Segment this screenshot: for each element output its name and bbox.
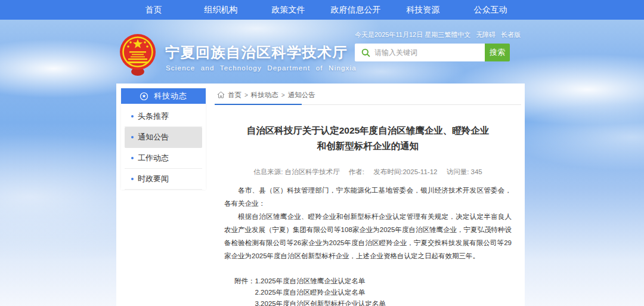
sidebar-item-headline-recommend[interactable]: 头条推荐: [125, 106, 202, 127]
bullet-dot-icon: [131, 115, 134, 118]
attachments-label: 附件：: [234, 276, 255, 306]
page: 首页 组织机构 政策文件 政府信息公开 科技资源 公众互动 宁夏回族自治区科学技…: [0, 0, 644, 306]
sidebar: 科技动态 头条推荐 通知公告 工作动态 时政要闻: [121, 88, 206, 190]
nav-item-organization[interactable]: 组织机构: [187, 0, 255, 20]
star-circle-icon: [140, 92, 148, 101]
article-paragraph: 根据自治区雏鹰企业、瞪羚企业和创新型标杆企业认定管理有关规定，决定认定半亩良人农…: [224, 210, 512, 262]
nav-item-tech-resources[interactable]: 科技资源: [389, 0, 457, 20]
sidebar-title: 科技动态: [154, 91, 187, 101]
home-icon: [217, 91, 225, 98]
link-elder-version[interactable]: 长者版: [501, 30, 521, 39]
content-wrapper: 科技动态 头条推荐 通知公告 工作动态 时政要闻: [116, 84, 525, 306]
header-top-info: 今天是2025年11月12日 星期三 繁體中文 无障碍 长者版: [355, 30, 521, 39]
attachments: 附件： 1.2025年度自治区雏鹰企业认定名单 2.2025年度自治区瞪羚企业认…: [234, 276, 521, 306]
search-bar: 搜索: [355, 44, 510, 61]
meta-visits: 访问量: 345: [447, 168, 482, 175]
breadcrumb-separator: >: [281, 92, 285, 98]
meta-publish-time: 发布时间:2025-11-12: [373, 168, 437, 175]
nav-item-gov-info-disclosure[interactable]: 政府信息公开: [322, 0, 389, 20]
nav-item-policy-documents[interactable]: 政策文件: [255, 0, 322, 20]
sidebar-item-label: 头条推荐: [138, 111, 169, 122]
article-title-line2: 和创新型标杆企业的通知: [215, 138, 521, 154]
article-title: 自治区科技厅关于认定2025年度自治区雏鹰企业、瞪羚企业 和创新型标杆企业的通知: [215, 123, 521, 154]
main-content: 首页 > 科技动态 > 通知公告 自治区科技厅关于认定2025年度自治区雏鹰企业…: [215, 89, 521, 306]
sidebar-header: 科技动态: [121, 88, 206, 104]
breadcrumb-current: 通知公告: [288, 91, 315, 100]
attachment-link-2[interactable]: 2.2025年度自治区瞪羚企业认定名单: [255, 287, 386, 298]
breadcrumb: 首页 > 科技动态 > 通知公告: [215, 89, 521, 100]
bullet-dot-icon: [131, 157, 134, 159]
search-box: [355, 44, 485, 61]
national-emblem-icon: [119, 33, 157, 78]
attachment-link-1[interactable]: 1.2025年度自治区雏鹰企业认定名单: [255, 276, 386, 287]
site-title: 宁夏回族自治区科学技术厅: [165, 43, 348, 62]
article-title-line1: 自治区科技厅关于认定2025年度自治区雏鹰企业、瞪羚企业: [215, 123, 521, 138]
search-input[interactable]: [374, 45, 485, 60]
bullet-dot-icon: [131, 136, 134, 138]
date-text: 今天是2025年11月12日 星期三: [355, 30, 444, 39]
meta-source: 信息来源: 自治区科学技术厅: [253, 168, 339, 175]
breadcrumb-level1[interactable]: 科技动态: [251, 91, 278, 100]
sidebar-item-label: 工作动态: [138, 153, 169, 163]
bullet-dot-icon: [131, 178, 134, 180]
nav-item-home[interactable]: 首页: [120, 0, 187, 20]
sidebar-item-label: 时政要闻: [138, 174, 169, 184]
sidebar-item-notice-announcement[interactable]: 通知公告: [125, 127, 202, 148]
article-body: 各市、县（区）科技管理部门，宁东能源化工基地管委会，银川经济技术开发区管委会，各…: [224, 184, 512, 262]
article-meta: 信息来源: 自治区科学技术厅 作者: 发布时间:2025-11-12 访问量: …: [215, 168, 521, 177]
breadcrumb-divider-accent: [215, 104, 302, 105]
breadcrumb-divider: [215, 104, 521, 105]
site-subtitle: Science and Technology Department of Nin…: [166, 64, 338, 72]
top-nav-items: 首页 组织机构 政策文件 政府信息公开 科技资源 公众互动: [0, 0, 644, 20]
nav-item-public-interaction[interactable]: 公众互动: [457, 0, 524, 20]
search-button[interactable]: 搜索: [485, 44, 510, 61]
sidebar-item-current-politics[interactable]: 时政要闻: [125, 169, 202, 190]
sidebar-item-work-trends[interactable]: 工作动态: [125, 148, 202, 169]
sidebar-menu: 头条推荐 通知公告 工作动态 时政要闻: [121, 104, 206, 190]
breadcrumb-home[interactable]: 首页: [228, 91, 242, 100]
top-nav: 首页 组织机构 政策文件 政府信息公开 科技资源 公众互动: [0, 0, 644, 20]
link-accessibility[interactable]: 无障碍: [476, 30, 496, 39]
meta-author: 作者:: [349, 168, 364, 175]
breadcrumb-separator: >: [244, 92, 248, 98]
attachment-link-3[interactable]: 3.2025年度自治区创新型标杆企业认定名单: [255, 298, 386, 306]
sidebar-item-label: 通知公告: [138, 132, 169, 143]
link-traditional-chinese[interactable]: 繁體中文: [444, 30, 470, 39]
article-paragraph: 各市、县（区）科技管理部门，宁东能源化工基地管委会，银川经济技术开发区管委会，各…: [224, 184, 512, 210]
search-icon: [361, 48, 370, 57]
